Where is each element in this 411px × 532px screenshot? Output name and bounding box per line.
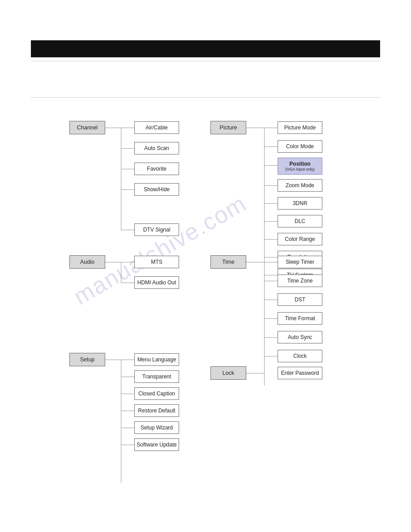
item-setup-wizard: Setup Wizard xyxy=(134,421,179,434)
item-menu-language: Menu Language xyxy=(134,353,179,366)
item-transparent: Transparent xyxy=(134,370,179,383)
item-time-zone: Time Zone xyxy=(278,275,322,287)
line xyxy=(121,189,134,190)
line xyxy=(121,189,121,230)
line xyxy=(121,360,134,360)
line xyxy=(264,281,278,281)
category-lock: Lock xyxy=(210,366,246,380)
line xyxy=(121,148,134,149)
item-clock: Clock xyxy=(278,350,322,362)
line xyxy=(264,239,278,240)
item-dlc: DLC xyxy=(278,215,322,227)
item-picture-mode: Picture Mode xyxy=(278,121,322,134)
category-audio: Audio xyxy=(69,255,105,269)
line xyxy=(264,203,278,204)
line xyxy=(121,428,134,428)
line xyxy=(121,411,134,411)
line xyxy=(264,221,278,222)
item-hdmi-audio: HDMI Audio Out xyxy=(134,276,179,289)
item-enter-password: Enter Password xyxy=(278,367,322,379)
line xyxy=(246,373,264,373)
item-color-range: Color Range xyxy=(278,233,322,245)
category-picture: Picture xyxy=(210,121,246,134)
item-auto-sync: Auto Sync xyxy=(278,331,322,343)
divider-top xyxy=(31,61,380,61)
line xyxy=(264,318,278,319)
category-time: Time xyxy=(210,255,246,269)
line xyxy=(121,262,134,262)
line xyxy=(264,146,278,147)
divider-bottom xyxy=(31,97,380,98)
line xyxy=(264,165,278,166)
line xyxy=(264,257,278,257)
item-dtv-signal: DTV Signal xyxy=(134,223,179,236)
line xyxy=(121,230,134,230)
item-mts: MTS xyxy=(134,256,179,268)
item-software-update: Software Update xyxy=(134,438,179,451)
line xyxy=(121,262,121,283)
category-channel: Channel xyxy=(69,121,105,134)
watermark: manualshive.com xyxy=(69,189,251,310)
item-show-hide: Show/Hide xyxy=(134,183,179,196)
line xyxy=(264,128,278,128)
line xyxy=(105,128,121,128)
line xyxy=(121,377,134,377)
line xyxy=(264,337,278,338)
item-favorite: Favorite xyxy=(134,163,179,175)
line xyxy=(246,128,264,128)
line xyxy=(264,275,278,275)
item-closed-caption: Closed Caption xyxy=(134,387,179,400)
item-dst: DST xyxy=(278,293,322,306)
item-restore-default: Restore Default xyxy=(134,404,179,417)
line xyxy=(246,262,264,262)
item-auto-scan: Auto Scan xyxy=(134,142,179,154)
diagram: manualshive.com Channel Air/Cable Auto S… xyxy=(0,102,411,469)
line xyxy=(121,394,134,394)
line xyxy=(121,445,134,445)
line xyxy=(105,262,121,262)
line xyxy=(121,360,121,483)
line xyxy=(121,128,134,128)
item-color-mode: Color Mode xyxy=(278,140,322,153)
item-zoom-mode: Zoom Mode xyxy=(278,179,322,192)
item-3dnr: 3DNR xyxy=(278,197,322,210)
line xyxy=(264,300,278,300)
line xyxy=(121,283,134,283)
line xyxy=(264,262,278,262)
header-bar xyxy=(31,40,380,57)
item-time-format: Time Format xyxy=(278,312,322,325)
category-setup: Setup xyxy=(69,353,105,366)
item-sleep-timer: Sleep Timer xyxy=(278,256,322,268)
item-position: Position (VGA input only) xyxy=(278,158,322,175)
line xyxy=(121,169,134,169)
line xyxy=(105,360,121,360)
line xyxy=(264,356,278,356)
item-air-cable: Air/Cable xyxy=(134,121,179,134)
line xyxy=(264,185,278,186)
